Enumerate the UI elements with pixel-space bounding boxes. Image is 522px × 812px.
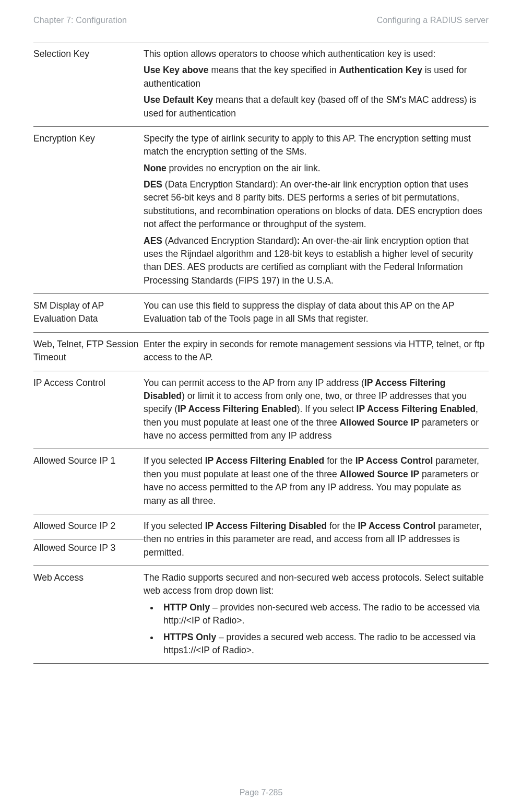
term-ip-filtering-enabled-3: IP Access Filtering Enabled <box>205 455 325 466</box>
term-ip-filtering-disabled-2: IP Access Filtering Disabled <box>205 521 327 531</box>
text: Use Key above means that the key specifi… <box>144 64 485 90</box>
desc-encryption-key: Specify the type of airlink security to … <box>144 126 489 293</box>
term-ip-filtering-enabled: IP Access Filtering Enabled <box>177 404 297 414</box>
header-left: Chapter 7: Configuration <box>33 16 127 25</box>
row-selection-key: Selection Key This option allows operato… <box>33 42 489 127</box>
term-use-key-above: Use Key above <box>144 65 209 75</box>
term-ip-access-control: IP Access Control <box>355 455 433 466</box>
parameter-table: Selection Key This option allows operato… <box>33 42 489 664</box>
term-https-only: HTTPS Only <box>163 632 216 642</box>
term-ip-filtering-enabled-2: IP Access Filtering Enabled <box>357 404 476 414</box>
page-header: Chapter 7: Configuration Configuring a R… <box>33 16 489 25</box>
row-web-access: Web Access The Radio supports secured an… <box>33 566 489 664</box>
text: Use Default Key means that a default key… <box>144 93 485 120</box>
term-ip-access-control-2: IP Access Control <box>358 521 435 531</box>
text: You can permit access to the AP from any… <box>144 376 485 443</box>
label-allowed-source-ip-1: Allowed Source IP 1 <box>33 449 144 514</box>
text: means that the key specified in <box>209 65 339 75</box>
row-allowed-source-ip-2: Allowed Source IP 2 If you selected IP A… <box>33 514 489 539</box>
desc-allowed-source-ip-disabled: If you selected IP Access Filtering Disa… <box>144 514 489 566</box>
label-allowed-source-ip-3: Allowed Source IP 3 <box>33 539 144 566</box>
text: Specify the type of airlink security to … <box>144 132 485 159</box>
term-aes: AES <box>144 236 162 246</box>
text: for the <box>327 521 358 531</box>
term-use-default-key: Use Default Key <box>144 95 213 105</box>
list-item: HTTP Only – provides non-secured web acc… <box>159 601 485 628</box>
label-sm-display: SM Display of AP Evaluation Data <box>33 294 144 333</box>
text: You can permit access to the AP from any… <box>144 378 364 388</box>
label-allowed-source-ip-2: Allowed Source IP 2 <box>33 514 144 539</box>
list-item: HTTPS Only – provides a secured web acce… <box>159 631 485 657</box>
text: You can use this field to suppress the d… <box>144 299 485 326</box>
text: Enter the expiry in seconds for remote m… <box>144 338 485 364</box>
label-ip-access-control: IP Access Control <box>33 371 144 449</box>
text: ). If you select <box>297 404 357 414</box>
term-des: DES <box>144 179 162 190</box>
text: DES (Data Encryption Standard): An over-… <box>144 178 485 231</box>
desc-session-timeout: Enter the expiry in seconds for remote m… <box>144 332 489 371</box>
desc-selection-key: This option allows operators to choose w… <box>144 42 489 127</box>
desc-ip-access-control: You can permit access to the AP from any… <box>144 371 489 449</box>
text: If you selected IP Access Filtering Enab… <box>144 454 485 508</box>
desc-allowed-source-ip-1: If you selected IP Access Filtering Enab… <box>144 449 489 514</box>
text: If you selected <box>144 455 205 466</box>
text: This option allows operators to choose w… <box>144 48 485 61</box>
text: If you selected <box>144 521 205 531</box>
text: (Advanced Encryption Standard) <box>162 236 297 246</box>
term-allowed-source-ip-2name: Allowed Source IP <box>340 469 420 479</box>
label-encryption-key: Encryption Key <box>33 126 144 293</box>
row-session-timeout: Web, Telnet, FTP Session Timeout Enter t… <box>33 332 489 371</box>
label-selection-key: Selection Key <box>33 42 144 127</box>
text: for the <box>324 455 355 466</box>
text: The Radio supports secured and non-secur… <box>144 571 485 598</box>
label-web-access: Web Access <box>33 566 144 664</box>
row-sm-display: SM Display of AP Evaluation Data You can… <box>33 294 489 333</box>
document-page: Chapter 7: Configuration Configuring a R… <box>0 0 522 812</box>
text: provides no encryption on the air link. <box>167 163 321 173</box>
text: – provides non-secured web access. The r… <box>163 602 480 626</box>
web-access-list: HTTP Only – provides non-secured web acc… <box>144 601 485 657</box>
row-encryption-key: Encryption Key Specify the type of airli… <box>33 126 489 293</box>
label-session-timeout: Web, Telnet, FTP Session Timeout <box>33 332 144 371</box>
term-http-only: HTTP Only <box>163 602 210 613</box>
term-none: None <box>144 163 167 173</box>
text: (Data Encryption Standard): An over-the-… <box>144 179 482 229</box>
row-allowed-source-ip-1: Allowed Source IP 1 If you selected IP A… <box>33 449 489 514</box>
row-ip-access-control: IP Access Control You can permit access … <box>33 371 489 449</box>
term-authentication-key: Authentication Key <box>339 65 422 75</box>
text: AES (Advanced Encryption Standard): An o… <box>144 234 485 288</box>
desc-web-access: The Radio supports secured and non-secur… <box>144 566 489 664</box>
text: None provides no encryption on the air l… <box>144 162 485 175</box>
desc-sm-display: You can use this field to suppress the d… <box>144 294 489 333</box>
header-right: Configuring a RADIUS server <box>377 16 489 25</box>
page-footer: Page 7-285 <box>0 788 522 797</box>
term-allowed-source-ip: Allowed Source IP <box>340 417 420 428</box>
text: If you selected IP Access Filtering Disa… <box>144 520 485 559</box>
